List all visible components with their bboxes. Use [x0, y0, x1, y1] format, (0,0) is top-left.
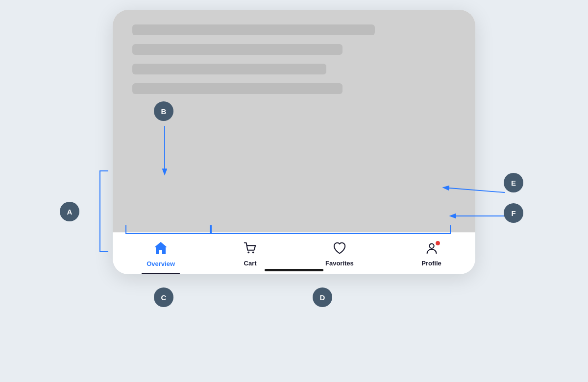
content-area [113, 10, 475, 232]
annotation-c: C [154, 287, 173, 307]
underline-c-annotation [125, 225, 211, 234]
notification-dot [435, 240, 441, 246]
skeleton-bar-4 [132, 83, 343, 94]
profile-icon-wrapper [424, 241, 439, 258]
tab-favorites-label: Favorites [325, 260, 354, 267]
tab-profile-label: Profile [421, 260, 441, 267]
app-frame: Overview Cart Favorites [113, 10, 475, 274]
bracket-a-annotation [99, 170, 108, 252]
tab-overview-label: Overview [147, 260, 175, 267]
tab-overview[interactable]: Overview [137, 238, 185, 270]
annotation-d: D [313, 287, 332, 307]
skeleton-bar-2 [132, 44, 343, 55]
svg-point-2 [429, 244, 434, 248]
svg-point-1 [252, 252, 254, 254]
annotation-e: E [504, 173, 523, 192]
annotation-b: B [154, 101, 173, 121]
skeleton-bar-1 [132, 24, 375, 35]
annotation-a: A [60, 202, 79, 221]
home-indicator-pill [265, 269, 323, 271]
heart-icon [332, 241, 347, 258]
annotation-f: F [504, 203, 523, 223]
tab-profile[interactable]: Profile [412, 238, 451, 270]
bottom-nav-bar: Overview Cart Favorites [113, 232, 475, 274]
tab-cart-label: Cart [244, 260, 257, 267]
tab-cart[interactable]: Cart [233, 238, 268, 270]
home-icon [153, 240, 169, 258]
underline-d-annotation [211, 225, 451, 234]
cart-icon [243, 241, 258, 258]
skeleton-bar-3 [132, 64, 326, 74]
tab-favorites[interactable]: Favorites [316, 238, 364, 270]
svg-point-0 [247, 252, 249, 254]
